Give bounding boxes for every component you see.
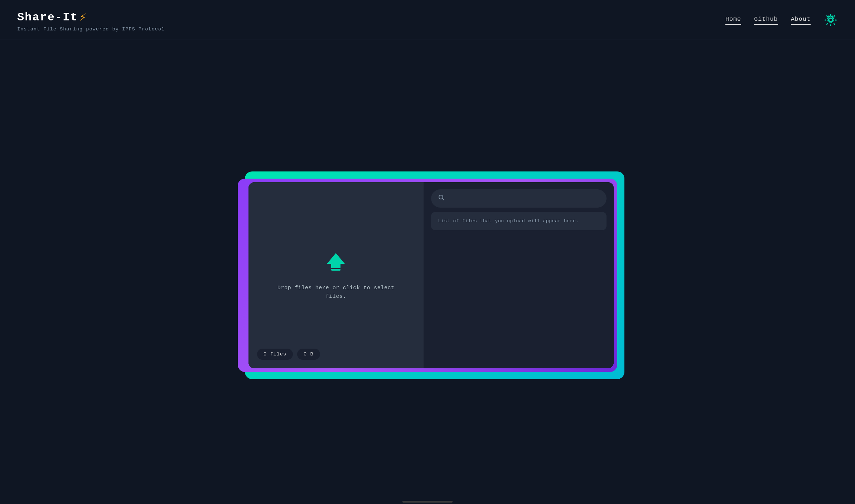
dropzone-text: Drop files here or click to select files…	[277, 284, 395, 301]
search-icon	[438, 194, 445, 203]
main-card: Drop files here or click to select files…	[248, 182, 614, 368]
scrollbar-indicator	[402, 501, 453, 503]
upload-arrow-icon	[323, 250, 348, 275]
search-input[interactable]	[449, 196, 599, 202]
search-bar[interactable]	[431, 189, 607, 208]
nav-about[interactable]: About	[791, 16, 811, 25]
nav-home[interactable]: Home	[725, 16, 741, 25]
logo-bolt: ⚡	[79, 10, 87, 24]
svg-rect-7	[826, 23, 828, 25]
svg-rect-3	[830, 24, 831, 26]
files-count-badge: 0 files	[257, 349, 293, 360]
files-size-badge: 0 B	[297, 349, 320, 360]
svg-rect-9	[826, 15, 828, 17]
logo: Share-It⚡	[17, 10, 165, 24]
dropzone[interactable]: Drop files here or click to select files…	[248, 182, 424, 368]
svg-rect-2	[830, 14, 831, 16]
header-left: Share-It⚡ Instant File Sharing powered b…	[17, 10, 165, 32]
header-nav: Home Github About	[725, 10, 838, 27]
logo-text: Share-It	[17, 11, 78, 24]
files-panel: List of files that you upload will appea…	[424, 182, 614, 368]
gear-icon	[824, 14, 837, 26]
svg-line-14	[442, 199, 444, 200]
svg-rect-6	[833, 15, 835, 17]
svg-marker-11	[327, 253, 345, 268]
dropzone-badges: 0 files 0 B	[257, 349, 320, 360]
files-empty-state: List of files that you upload will appea…	[431, 212, 607, 230]
svg-rect-4	[825, 20, 826, 21]
files-empty-text: List of files that you upload will appea…	[438, 218, 579, 224]
svg-rect-12	[331, 269, 340, 271]
tagline: Instant File Sharing powered by IPFS Pro…	[17, 26, 165, 32]
svg-rect-5	[835, 20, 837, 21]
card-stack: Drop files here or click to select files…	[238, 171, 617, 372]
main-content: Drop files here or click to select files…	[0, 39, 855, 504]
upload-icon	[323, 250, 348, 275]
svg-rect-8	[833, 23, 835, 25]
settings-button[interactable]	[823, 13, 838, 27]
header: Share-It⚡ Instant File Sharing powered b…	[0, 0, 855, 39]
nav-github[interactable]: Github	[754, 16, 778, 25]
